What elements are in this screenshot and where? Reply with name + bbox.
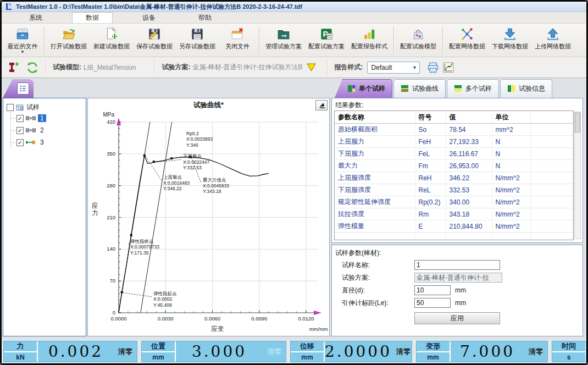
field-input-0[interactable] [414, 260, 500, 270]
results-cell: FeH [415, 136, 446, 148]
specimen-icon [26, 128, 36, 133]
channel-unit: kN [4, 352, 37, 362]
results-cell: 规定塑性延伸强度 [335, 196, 415, 208]
config-network-icon [460, 27, 474, 41]
key-point-marker [130, 234, 132, 236]
tree-root-row[interactable]: 试样 [7, 103, 86, 112]
report-curve-icon[interactable] [442, 61, 455, 74]
channel-name: 变形 [417, 341, 450, 352]
menu-item-1[interactable]: 数据 [72, 12, 113, 23]
channel-label: 位置mm [142, 341, 176, 362]
results-cell: Rp(0.2) [415, 196, 446, 208]
field-label: 试验方案: [342, 273, 414, 283]
toolbar-button-recent-files[interactable]: 最近的文件▼ [4, 25, 41, 56]
toolbar-button-download-network[interactable]: 下载网络数据 [489, 25, 531, 56]
tab-3[interactable]: 试验信息 [500, 79, 552, 98]
specimen-params-title: 试样参数(棒材): [332, 245, 583, 258]
toolbar-button-config-scheme[interactable]: P配置试验方案 [305, 25, 348, 56]
menu-item-2[interactable]: 设备 [129, 12, 169, 23]
recent-files-icon [15, 27, 30, 41]
key-point-marker [121, 291, 123, 293]
list-icon [17, 82, 29, 95]
results-cell: N/mm^2 [492, 184, 530, 196]
refresh-icon[interactable] [26, 61, 39, 74]
results-cell [446, 233, 492, 241]
field-input-2[interactable] [414, 285, 451, 295]
status-channel-1: 位置mm3.000清零 [141, 341, 286, 362]
report-style-select[interactable]: Default ▼ [367, 62, 420, 74]
results-cell: 210,844.80 [446, 220, 492, 233]
add-specimen-icon[interactable] [7, 61, 20, 74]
results-header-cell: 符号 [415, 111, 446, 124]
results-cell: 332.53 [446, 184, 492, 196]
menu-item-0[interactable]: 系统 [16, 12, 56, 23]
item-checkbox[interactable]: ✓ [16, 139, 24, 146]
toolbar-button-new-data[interactable]: 新建试验数据 [90, 25, 133, 56]
specimen-field-2: 直径(d):mm [342, 285, 578, 296]
specimen-group-icon [16, 104, 24, 112]
tree-item-3[interactable]: ✓3 [11, 136, 86, 148]
results-scrollbar[interactable] [574, 112, 581, 239]
results-cell [530, 124, 573, 136]
scrollbar-thumb[interactable] [575, 113, 580, 132]
tree-item-2[interactable]: ✓2 [11, 124, 86, 136]
menu-item-3[interactable]: 帮助 [185, 12, 225, 23]
results-cell [530, 184, 573, 196]
toolbar-button-config-report[interactable]: 配置报告样式 [348, 25, 391, 56]
apply-button[interactable]: 应用 [414, 312, 500, 324]
toolbar-button-close-file[interactable]: 关闭文件 [219, 25, 256, 56]
tab-icon [401, 85, 409, 93]
x-tick-label: 0.0060 [204, 316, 220, 322]
tree-tab[interactable] [3, 79, 34, 98]
chart-zoom-button[interactable] [315, 100, 328, 110]
toolbar-button-upload-network[interactable]: 上传网络数据 [531, 25, 574, 56]
toolbar-button-config-model[interactable]: 配置试验模型 [397, 25, 440, 56]
toolbar-button-save-as-data[interactable]: 另存试验数据 [176, 25, 219, 56]
table-row: 弹性模量E210,844.80N/mm^2 [335, 220, 573, 233]
tree-item-label: 1 [38, 114, 46, 122]
specimen-field-0: 试样名称: [342, 259, 578, 270]
tab-2[interactable]: 多个试样 [447, 79, 499, 98]
tab-label: 多个试样 [465, 84, 492, 93]
scheme-dropdown-icon[interactable] [307, 63, 316, 71]
toolbar-button-config-network[interactable]: 配置网络数据 [446, 25, 489, 56]
manage-scheme-icon [276, 27, 291, 41]
toolbar-button-label: 配置网络数据 [449, 42, 485, 51]
clear-button-0[interactable]: 清零 [114, 341, 137, 362]
results-cell: N/mm^2 [492, 196, 530, 208]
annotation-3: 下屈服点X:0.0022447Y:332.53 [182, 153, 209, 170]
channel-label: 时间s [552, 341, 586, 362]
y-tick-label: 0 [113, 309, 115, 316]
annotation-4: Rp0.2X:0.0033893Y:340 [186, 131, 213, 148]
toolbar-button-save-data[interactable]: 保存试验数据 [133, 25, 176, 56]
results-cell: 原始横截面积 [335, 124, 415, 136]
field-input-3[interactable] [414, 298, 451, 308]
annotation-leader [123, 292, 152, 296]
item-checkbox[interactable]: ✓ [16, 127, 24, 134]
item-checkbox[interactable]: ✓ [16, 115, 24, 122]
results-cell: ReL [415, 184, 446, 196]
toolbar-button-label: 管理试验方案 [265, 42, 302, 51]
tab-1[interactable]: 试验曲线 [393, 79, 446, 98]
toolbar-button-manage-scheme[interactable]: 管理试验方案 [262, 25, 305, 56]
annotation-1: 弹性段终点X:0.00079733Y:171.35 [130, 239, 159, 256]
clear-button-2[interactable]: 清零 [392, 341, 412, 362]
toolbar-button-open-data[interactable]: 打开试验数据 [47, 25, 90, 56]
toolbar-button-label: 另存试验数据 [179, 42, 215, 51]
tab-icon [347, 85, 356, 93]
divider [327, 59, 328, 75]
root-checkbox[interactable] [7, 104, 14, 111]
tab-0[interactable]: 单个试样 [335, 79, 392, 98]
results-cell: 343.18 [446, 208, 492, 220]
print-icon[interactable] [426, 61, 440, 74]
key-point-marker [143, 154, 146, 157]
stress-strain-chart: 0.00000.00300.00600.00900.01200701402102… [88, 110, 329, 336]
tree-root-label: 试样 [26, 103, 40, 112]
stress-strain-curve [119, 156, 269, 313]
tree-item-1[interactable]: ✓1 [11, 112, 86, 124]
results-cell [530, 172, 573, 184]
key-point-marker [190, 156, 192, 158]
status-channel-3: 变形mm7.000清零 [416, 341, 548, 362]
clear-button-1[interactable]: 清零 [263, 341, 286, 362]
clear-button-3[interactable]: 清零 [524, 341, 547, 362]
